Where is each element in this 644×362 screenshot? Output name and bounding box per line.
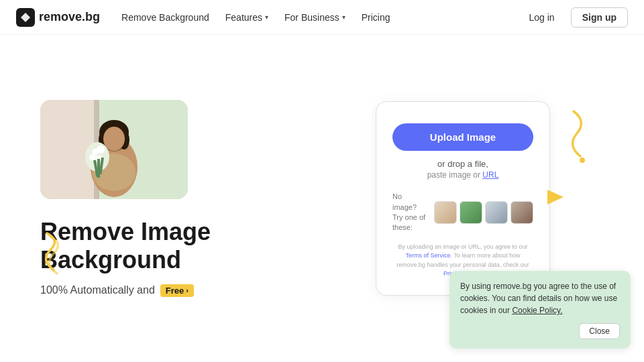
chevron-down-icon: ▾ <box>342 13 345 21</box>
nav-actions: Log in Sign up <box>521 7 628 27</box>
sample-images-list <box>434 201 533 224</box>
upload-box: Upload Image or drop a file, paste image… <box>376 101 550 296</box>
squiggle-decoration-right <box>550 108 597 171</box>
nav-links: Remove Background Features ▾ For Busines… <box>121 12 521 23</box>
hero-subtitle: 100% Automatically and Free › <box>40 284 322 297</box>
free-badge: Free › <box>160 284 194 297</box>
svg-point-19 <box>580 158 585 163</box>
tos-link[interactable]: Terms of Service <box>406 252 451 259</box>
drop-sub-text: paste image or URL <box>427 170 499 180</box>
triangle-decoration <box>547 190 564 207</box>
logo-icon <box>16 8 35 27</box>
logo-text: remove.bg <box>39 10 100 24</box>
hero-title: Remove Image Background <box>40 218 322 274</box>
svg-point-13 <box>97 145 105 154</box>
hero-section: Remove Image Background 100% Automatical… <box>40 100 322 297</box>
nav-pricing[interactable]: Pricing <box>362 12 390 23</box>
hero-image-container <box>40 100 188 199</box>
cookie-text: By using remove.bg you agree to the use … <box>460 282 617 315</box>
logo[interactable]: remove.bg <box>16 8 100 27</box>
chevron-down-icon: ▾ <box>265 13 268 21</box>
badge-arrow-icon: › <box>186 286 189 294</box>
login-button[interactable]: Log in <box>521 8 563 27</box>
upload-section: Upload Image or drop a file, paste image… <box>322 101 604 296</box>
cookie-banner: By using remove.bg you agree to the use … <box>449 271 631 349</box>
no-image-text: No image? Try one of these: <box>392 192 427 233</box>
navbar: remove.bg Remove Background Features ▾ F… <box>0 0 644 35</box>
cookie-close-row: Close <box>460 323 620 339</box>
sample-images-row: No image? Try one of these: <box>392 192 533 233</box>
nav-remove-background[interactable]: Remove Background <box>121 12 209 23</box>
sample-image-4[interactable] <box>511 201 533 224</box>
nav-features[interactable]: Features ▾ <box>225 12 268 23</box>
drop-text: or drop a file, <box>437 159 488 169</box>
upload-image-button[interactable]: Upload Image <box>392 123 533 151</box>
hero-illustration <box>40 100 188 199</box>
cookie-policy-link[interactable]: Cookie Policy. <box>512 306 562 315</box>
svg-rect-17 <box>97 159 100 178</box>
cookie-close-button[interactable]: Close <box>579 323 620 339</box>
url-link[interactable]: URL <box>482 170 498 180</box>
hero-image <box>40 100 188 199</box>
squiggle-decoration-left <box>34 230 74 277</box>
nav-for-business[interactable]: For Business ▾ <box>284 12 345 23</box>
sample-image-2[interactable] <box>460 201 482 224</box>
sample-image-1[interactable] <box>434 201 457 224</box>
sample-image-3[interactable] <box>485 201 508 224</box>
svg-marker-20 <box>547 190 564 204</box>
svg-point-14 <box>89 154 96 161</box>
signup-button[interactable]: Sign up <box>571 7 628 27</box>
svg-rect-2 <box>40 100 94 199</box>
svg-point-9 <box>103 127 125 151</box>
